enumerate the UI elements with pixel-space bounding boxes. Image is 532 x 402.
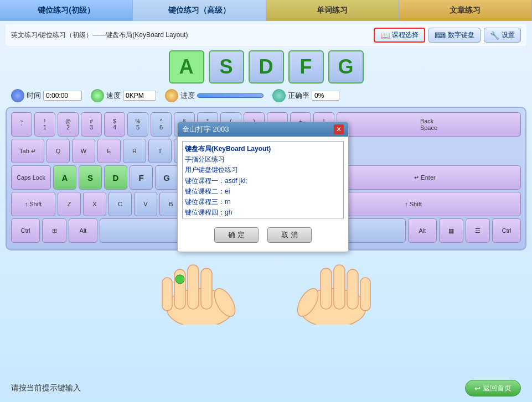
course-dialog: 金山打字 2003 ✕ 键盘布局(KeyBoard Layout) 手指分区练习… xyxy=(177,122,349,252)
list-item[interactable]: 手指分区练习 xyxy=(185,154,341,165)
list-item[interactable]: 键位课程三：rn xyxy=(185,197,341,207)
dialog-content: 键盘布局(KeyBoard Layout) 手指分区练习 用户键盘键位练习 键位… xyxy=(178,137,348,252)
list-item[interactable]: 键位课程二：ei xyxy=(185,186,341,197)
list-item[interactable]: 键位课程一：asdf jkl; xyxy=(185,176,341,186)
list-item[interactable]: 键位课程五：C， xyxy=(185,218,341,218)
dialog-confirm-button[interactable]: 确 定 xyxy=(214,227,259,243)
list-item[interactable]: 用户键盘键位练习 xyxy=(185,165,341,175)
dialog-close-button[interactable]: ✕ xyxy=(334,124,344,134)
dialog-list[interactable]: 键盘布局(KeyBoard Layout) 手指分区练习 用户键盘键位练习 键位… xyxy=(182,141,344,218)
list-item[interactable]: 键盘布局(KeyBoard Layout) xyxy=(185,144,341,154)
dialog-title-bar: 金山打字 2003 ✕ xyxy=(178,122,348,137)
dialog-overlay: 金山打字 2003 ✕ 键盘布局(KeyBoard Layout) 手指分区练习… xyxy=(0,0,532,402)
dialog-cancel-button[interactable]: 取 消 xyxy=(267,227,312,243)
dialog-buttons: 确 定 取 消 xyxy=(182,223,344,247)
list-item[interactable]: 键位课程四：gh xyxy=(185,207,341,218)
